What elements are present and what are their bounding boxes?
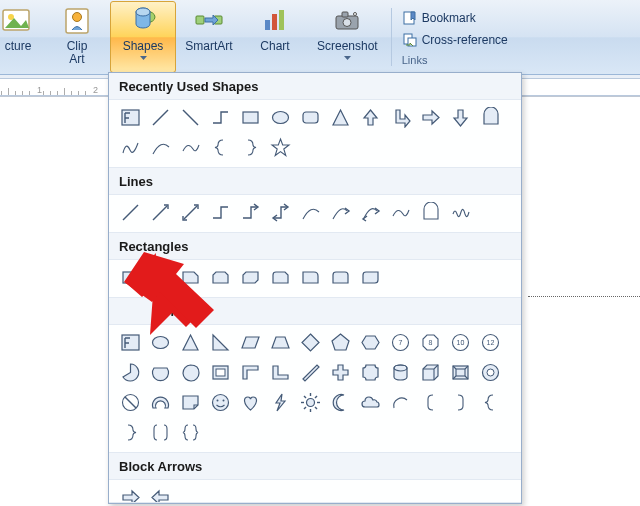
smartart-button[interactable]: SmartArt — [176, 1, 242, 73]
shape-dodecagon[interactable]: 12 — [477, 329, 504, 356]
shape-decagon[interactable]: 10 — [447, 329, 474, 356]
shape-folded-corner[interactable] — [177, 389, 204, 416]
shape-parallelogram[interactable] — [237, 329, 264, 356]
shape-rectangle[interactable] — [237, 104, 264, 131]
shape-cloud[interactable] — [357, 389, 384, 416]
shape-triangle[interactable] — [327, 104, 354, 131]
shape-teardrop[interactable] — [177, 359, 204, 386]
shape-curved[interactable] — [297, 199, 324, 226]
shape-curved-doublearrow[interactable] — [357, 199, 384, 226]
shape-diamond[interactable] — [297, 329, 324, 356]
shape-plaque[interactable] — [357, 359, 384, 386]
shape-line1[interactable] — [117, 199, 144, 226]
shape-rounded-rect[interactable] — [297, 104, 324, 131]
shape-arrow-bent[interactable] — [387, 104, 414, 131]
shape-brace-left2[interactable] — [477, 389, 504, 416]
shape-no-symbol[interactable] — [117, 389, 144, 416]
shape-smiley[interactable] — [207, 389, 234, 416]
shape-hexagon[interactable] — [357, 329, 384, 356]
shape-block-right[interactable] — [117, 484, 144, 503]
chevron-down-icon — [140, 56, 147, 60]
shape-lshape[interactable] — [267, 359, 294, 386]
shape-pentagon[interactable] — [327, 329, 354, 356]
shape-rect-rounded[interactable] — [147, 264, 174, 291]
shape-bevel[interactable] — [447, 359, 474, 386]
shape-bracket-right[interactable] — [447, 389, 474, 416]
shape-rect-round1[interactable] — [297, 264, 324, 291]
shape-triangle2[interactable] — [177, 329, 204, 356]
shape-brace-left[interactable] — [207, 134, 234, 161]
shape-half-frame[interactable] — [237, 359, 264, 386]
shape-line-alt[interactable] — [177, 104, 204, 131]
shape-octagon[interactable]: 8 — [417, 329, 444, 356]
shape-plus[interactable] — [327, 359, 354, 386]
shape-curved-arrow[interactable] — [327, 199, 354, 226]
shape-elbow-arrow[interactable] — [237, 199, 264, 226]
shape-bracket-left[interactable] — [417, 389, 444, 416]
shape-cube[interactable] — [417, 359, 444, 386]
shape-oval2[interactable] — [147, 329, 174, 356]
shape-lightning[interactable] — [267, 389, 294, 416]
screenshot-button[interactable]: Screenshot — [308, 1, 387, 73]
shape-right-triangle[interactable] — [207, 329, 234, 356]
section-rectangles: Rectangles — [109, 233, 521, 259]
shape-diagstripe[interactable] — [297, 359, 324, 386]
shape-pie[interactable] — [117, 359, 144, 386]
shape-rect-snip2diag[interactable] — [237, 264, 264, 291]
shape-can[interactable] — [387, 359, 414, 386]
shape-freeform[interactable] — [387, 199, 414, 226]
shape-moon[interactable] — [327, 389, 354, 416]
screenshot-icon — [330, 4, 364, 38]
shape-star[interactable] — [267, 134, 294, 161]
shape-scribble[interactable] — [117, 134, 144, 161]
shape-heptagon[interactable]: 7 — [387, 329, 414, 356]
shape-heart[interactable] — [237, 389, 264, 416]
shape-double-brace[interactable] — [177, 419, 204, 446]
shape-rect-snip2same[interactable] — [207, 264, 234, 291]
shape-scribble2[interactable] — [447, 199, 474, 226]
shape-sun[interactable] — [297, 389, 324, 416]
shape-brace-right2[interactable] — [117, 419, 144, 446]
shape-brace-right[interactable] — [237, 134, 264, 161]
shape-line[interactable] — [147, 104, 174, 131]
shape-elbow[interactable] — [207, 199, 234, 226]
bookmark-button[interactable]: Bookmark — [402, 8, 640, 28]
shape-chord[interactable] — [147, 359, 174, 386]
shape-elbow-doublearrow[interactable] — [267, 199, 294, 226]
ribbon-separator — [391, 8, 392, 66]
shapes-dropdown: Recently Used Shapes Lines — [108, 72, 522, 504]
shape-rect-snipround[interactable] — [267, 264, 294, 291]
section-rectangles-body — [109, 259, 521, 298]
shape-rect-round2diag[interactable] — [357, 264, 384, 291]
chart-button[interactable]: Chart — [242, 1, 308, 73]
shape-half-round[interactable] — [477, 104, 504, 131]
shape-curve[interactable] — [177, 134, 204, 161]
shape-arrow-down[interactable] — [447, 104, 474, 131]
shape-arrow-right[interactable] — [417, 104, 444, 131]
shape-rect-plain[interactable] — [117, 264, 144, 291]
shape-frame[interactable] — [207, 359, 234, 386]
crossref-button[interactable]: Cross-reference — [402, 30, 640, 50]
picture-button[interactable]: cture — [0, 1, 44, 73]
shape-arc2[interactable] — [387, 389, 414, 416]
shape-line-doublearrow[interactable] — [177, 199, 204, 226]
shape-line-arrow[interactable] — [147, 199, 174, 226]
shape-textbox2[interactable] — [117, 329, 144, 356]
shape-oval[interactable] — [267, 104, 294, 131]
shape-rect-snip1[interactable] — [177, 264, 204, 291]
shape-block-left[interactable] — [147, 484, 174, 503]
svg-point-50 — [307, 399, 315, 407]
shape-text-box[interactable] — [117, 104, 144, 131]
shapes-button[interactable]: Shapes — [110, 1, 176, 73]
chart-icon — [258, 4, 292, 38]
clip-art-button[interactable]: Clip Art — [44, 1, 110, 73]
shape-trapezoid[interactable] — [267, 329, 294, 356]
shape-arc[interactable] — [147, 134, 174, 161]
shape-donut[interactable] — [477, 359, 504, 386]
shape-block-arc[interactable] — [147, 389, 174, 416]
shape-arrow-up[interactable] — [357, 104, 384, 131]
shape-connector-elbow[interactable] — [207, 104, 234, 131]
shape-double-bracket[interactable] — [147, 419, 174, 446]
shape-rect-round2same[interactable] — [327, 264, 354, 291]
shape-freeform-closed[interactable] — [417, 199, 444, 226]
